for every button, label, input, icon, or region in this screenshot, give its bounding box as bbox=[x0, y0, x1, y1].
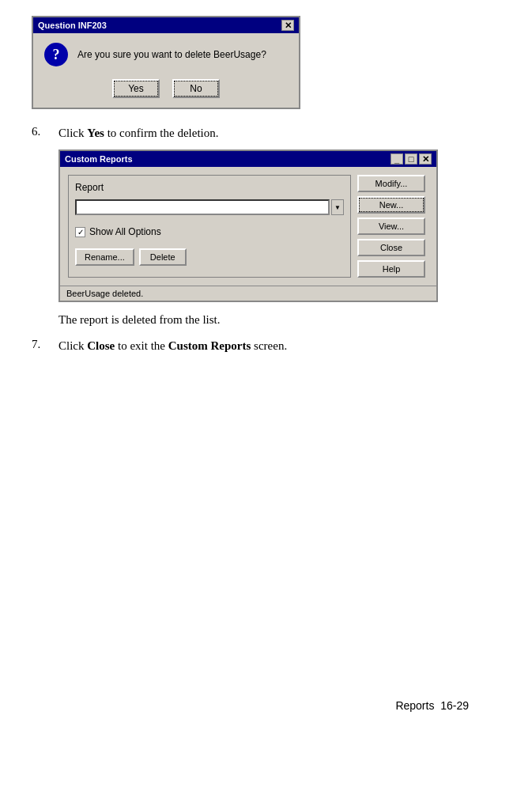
footer-label: Reports bbox=[395, 699, 434, 712]
custom-reports-left-panel: Report ▼ ✓ Show All Options Rename... De… bbox=[68, 175, 351, 278]
dialog-titlebar: Question INF203 ✕ bbox=[33, 17, 299, 33]
dialog-message: Are you sure you want to delete BeerUsag… bbox=[77, 49, 266, 60]
rename-button[interactable]: Rename... bbox=[75, 248, 134, 266]
step-7-text: Click Close to exit the Custom Reports s… bbox=[58, 339, 287, 352]
new-button[interactable]: New... bbox=[357, 196, 425, 214]
question-icon: ? bbox=[44, 43, 68, 66]
custom-reports-title: Custom Reports bbox=[65, 154, 133, 164]
dialog-close-icon[interactable]: ✕ bbox=[281, 20, 294, 31]
report-label: Report bbox=[75, 182, 344, 193]
show-all-label: Show All Options bbox=[89, 226, 161, 237]
yes-button[interactable]: Yes bbox=[112, 79, 160, 98]
step-6-text: Click Yes to confirm the deletion. bbox=[58, 127, 218, 139]
close-window-icon[interactable]: ✕ bbox=[419, 153, 432, 165]
custom-reports-dialog-container: Custom Reports _ □ ✕ Report ▼ ✓ bbox=[58, 149, 500, 302]
modify-button[interactable]: Modify... bbox=[357, 175, 425, 192]
dropdown-arrow-icon[interactable]: ▼ bbox=[331, 199, 344, 215]
question-dialog: Question INF203 ✕ ? Are you sure you wan… bbox=[32, 16, 500, 109]
show-all-checkbox[interactable]: ✓ bbox=[75, 227, 85, 237]
maximize-icon[interactable]: □ bbox=[405, 153, 417, 165]
dialog-title: Question INF203 bbox=[38, 21, 107, 30]
page-footer: Reports 16-29 bbox=[395, 699, 469, 712]
no-button[interactable]: No bbox=[172, 79, 220, 98]
delete-button[interactable]: Delete bbox=[139, 248, 187, 266]
footer-page: 16-29 bbox=[440, 699, 469, 712]
close-button[interactable]: Close bbox=[357, 239, 425, 256]
custom-reports-right-panel: Modify... New... View... Close Help bbox=[357, 175, 428, 278]
step-6-number: 6. bbox=[32, 125, 49, 142]
deleted-subtext: The report is deleted from the list. bbox=[58, 312, 500, 328]
report-dropdown[interactable] bbox=[75, 199, 330, 215]
status-bar: BeerUsage deleted. bbox=[60, 286, 436, 301]
step-7-number: 7. bbox=[32, 338, 49, 354]
custom-reports-titlebar: Custom Reports _ □ ✕ bbox=[60, 151, 436, 167]
view-button[interactable]: View... bbox=[357, 218, 425, 235]
help-button[interactable]: Help bbox=[357, 260, 425, 278]
minimize-icon[interactable]: _ bbox=[391, 153, 403, 165]
